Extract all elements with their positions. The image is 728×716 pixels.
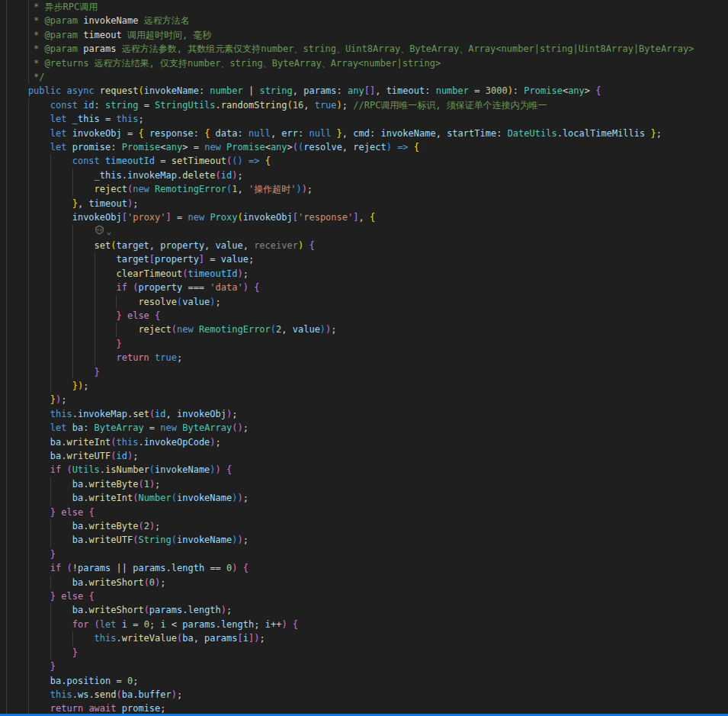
token: ; [254,619,265,630]
token: invokeName [177,493,232,503]
token: : [95,100,105,111]
token: '操作超时' [249,184,296,194]
token: target [116,254,149,265]
copilot-icon[interactable] [95,225,104,239]
token: else [61,507,83,518]
token [210,128,215,139]
token [66,114,72,124]
token: localTimeMillis [563,128,645,139]
code-line-29: }); [0,393,728,406]
token: Promise [122,142,161,153]
token: : [337,85,348,96]
token: ; [232,409,237,419]
token: } [651,128,656,139]
token: ; [177,689,182,700]
code-line-35: ba.writeByte(1); [0,477,728,491]
code-line-19: target[property] = value; [0,252,728,266]
token: i [243,633,249,644]
token [88,619,94,630]
token [144,128,149,139]
token: writeUTF [66,451,111,461]
token: params [78,563,111,573]
token: : [298,128,309,139]
token: ) [210,437,215,448]
token: RemotingError [155,184,226,194]
code-line-39: ba.writeUTF(String(invokeName)); [0,533,728,547]
token: < [160,142,165,153]
token: err [281,128,298,139]
token: [ [364,85,370,96]
chevron-down-icon[interactable]: ⌄ [104,226,112,236]
token: params [83,43,116,54]
code-line-31: let ba: ByteArray = new ByteArray(); [0,421,728,435]
token [122,310,127,321]
code-line-23: } else { [0,309,728,323]
token: { [155,310,160,321]
token: } [95,367,100,377]
token: target [117,240,149,251]
token: data [216,128,238,139]
token: string [105,100,138,111]
token: params [133,563,165,573]
token: position [66,676,111,686]
token: } [50,549,56,560]
token: } [50,591,56,602]
token: let [50,422,67,433]
token: RemotingError [199,324,271,335]
token: | [243,85,260,96]
code-editor[interactable]: * 异步RPC调用* @param invokeName 远程方法名* @par… [0,0,728,716]
token: => [397,142,408,153]
token: ] [166,212,172,223]
token: { [138,128,143,139]
token: let [100,619,117,630]
token: ( [232,422,237,433]
token: return [50,703,83,714]
token: . [166,563,172,573]
code-line-46: this.writeValue(ba, params[i]); [0,631,728,645]
token: else [61,591,83,602]
token: property [160,240,204,251]
token: Promise [226,142,265,153]
code-line-6: */ [0,70,728,84]
token: this [117,114,139,124]
code-line-9: let _this = this; [0,112,728,126]
token: startTime [447,128,496,139]
token [259,156,265,166]
token: any [348,85,364,96]
token: invokeName [177,535,232,545]
token: ) [320,324,326,335]
token: timeout [83,30,122,40]
token: delete [182,170,215,181]
token: [ [293,212,298,223]
token: this [117,437,139,448]
token: . [116,633,121,644]
token: . [216,100,221,111]
token: this [50,409,72,419]
token: writeShort [88,605,143,615]
token: ( [216,170,221,181]
token: , [194,633,204,644]
code-line-49: ba.position = 0; [0,674,728,688]
token: ( [238,212,243,223]
token: === [182,282,210,293]
token: public [28,85,61,96]
code-line-40: } [0,547,728,561]
token: = [155,156,172,166]
token: : [513,85,524,96]
code-line-48: } [0,660,728,673]
code-line-25: } [0,337,728,351]
token: 16 [293,100,303,111]
token: @param [45,30,78,40]
code-line-13: _this.invokeMap.delete(id); [0,169,728,182]
token: { [88,591,94,602]
token: } [50,507,56,518]
token: StringUtils [155,100,215,111]
token: string [259,85,292,96]
code-line-30: this.invokeMap.set(id, invokeObj); [0,407,728,421]
token: ; [149,619,160,630]
token: let [50,142,67,153]
token: = [122,128,139,139]
token: this [95,633,117,644]
token: ) [243,282,249,293]
token: ba [122,689,133,700]
